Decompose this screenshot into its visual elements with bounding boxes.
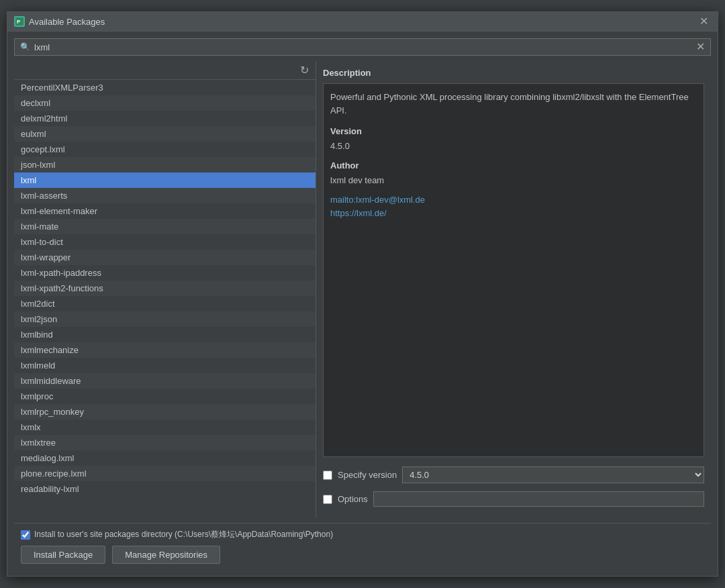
package-item[interactable]: lxmlx (14, 420, 316, 435)
package-item[interactable]: lxmlxtree (14, 435, 316, 450)
package-list-scroll[interactable]: PercentilXMLParser3declxmldelxml2htmleul… (14, 80, 316, 518)
bottom-section: Specify version 4.5.0 Options (323, 457, 704, 511)
package-item[interactable]: plone.recipe.lxml (14, 466, 316, 481)
options-checkbox[interactable] (323, 495, 332, 504)
refresh-button[interactable]: ↻ (297, 64, 311, 77)
link-homepage[interactable]: https://lxml.de/ (330, 207, 697, 220)
search-bar: 🔍 ✕ (14, 38, 711, 56)
search-input[interactable] (34, 42, 692, 52)
package-item[interactable]: lxml-asserts (14, 188, 316, 203)
description-label: Description (323, 68, 704, 78)
package-item[interactable]: lxmlmiddleware (14, 373, 316, 389)
install-path-checkbox[interactable] (21, 530, 30, 540)
package-item[interactable]: json-lxml (14, 157, 316, 173)
package-item[interactable]: lxml-xpath-ipaddress (14, 265, 316, 281)
package-item[interactable]: lxmlmeld (14, 358, 316, 373)
package-item[interactable]: eulxml (14, 126, 316, 142)
main-area: ↻ PercentilXMLParser3declxmldelxml2htmle… (14, 61, 711, 518)
package-item[interactable]: lxmlmechanize (14, 342, 316, 358)
version-select[interactable]: 4.5.0 (402, 467, 704, 483)
refresh-area: ↻ (14, 61, 316, 80)
package-item[interactable]: lxml-mate (14, 219, 316, 234)
footer: Install to user's site packages director… (14, 523, 711, 569)
title-bar: P Available Packages ✕ (7, 12, 718, 32)
package-item[interactable]: medialog.lxml (14, 450, 316, 466)
specify-version-checkbox[interactable] (323, 471, 332, 480)
version-value: 4.5.0 (330, 140, 697, 153)
specify-version-row: Specify version 4.5.0 (323, 462, 704, 487)
options-input[interactable] (373, 491, 704, 507)
buttons-row: Install Package Manage Repositories (21, 546, 704, 564)
version-label: Version (330, 125, 697, 138)
package-item[interactable]: declxml (14, 95, 316, 111)
package-item[interactable]: lxml2json (14, 311, 316, 327)
manage-repositories-button[interactable]: Manage Repositories (112, 546, 220, 564)
package-item[interactable]: lxml-wrapper (14, 250, 316, 265)
package-item[interactable]: delxml2html (14, 111, 316, 126)
package-item[interactable]: lxml-to-dict (14, 234, 316, 250)
options-row: Options (323, 487, 704, 511)
install-package-button[interactable]: Install Package (21, 546, 105, 564)
package-item[interactable]: lxml2dict (14, 296, 316, 311)
window-icon: P (14, 16, 25, 27)
description-box: Powerful and Pythonic XML processing lib… (323, 83, 704, 457)
author-value: lxml dev team (330, 174, 697, 187)
package-item[interactable]: lxml-xpath2-functions (14, 281, 316, 296)
install-path-row: Install to user's site packages director… (21, 529, 704, 540)
package-item[interactable]: lxmlrpc_monkey (14, 404, 316, 420)
package-list: PercentilXMLParser3declxmldelxml2htmleul… (14, 80, 316, 497)
options-label[interactable]: Options (338, 494, 368, 504)
title-bar-left: P Available Packages (14, 16, 105, 27)
link-mailto[interactable]: mailto:lxml-dev@lxml.de (330, 193, 697, 207)
search-icon: 🔍 (20, 42, 30, 52)
close-button[interactable]: ✕ (697, 16, 711, 27)
clear-search-button[interactable]: ✕ (696, 42, 705, 52)
author-label: Author (330, 159, 697, 173)
package-item[interactable]: lxml (14, 173, 316, 188)
svg-text:P: P (17, 19, 21, 25)
left-panel: ↻ PercentilXMLParser3declxmldelxml2htmle… (14, 61, 316, 518)
package-item[interactable]: lxmlbind (14, 327, 316, 342)
window-title: Available Packages (29, 17, 105, 27)
right-panel: Description Powerful and Pythonic XML pr… (316, 61, 711, 518)
install-path-label[interactable]: Install to user's site packages director… (34, 529, 333, 540)
main-window: P Available Packages ✕ 🔍 ✕ ↻ PercentilXM… (7, 11, 718, 577)
package-item[interactable]: PercentilXMLParser3 (14, 80, 316, 95)
package-item[interactable]: readability-lxml (14, 481, 316, 497)
description-text: Powerful and Pythonic XML processing lib… (330, 91, 697, 117)
package-item[interactable]: gocept.lxml (14, 142, 316, 157)
package-item[interactable]: lxml-element-maker (14, 203, 316, 219)
content-area: 🔍 ✕ ↻ PercentilXMLParser3declxmldelxml2h… (7, 32, 718, 576)
package-item[interactable]: lxmlproc (14, 389, 316, 404)
specify-version-label[interactable]: Specify version (338, 470, 397, 480)
